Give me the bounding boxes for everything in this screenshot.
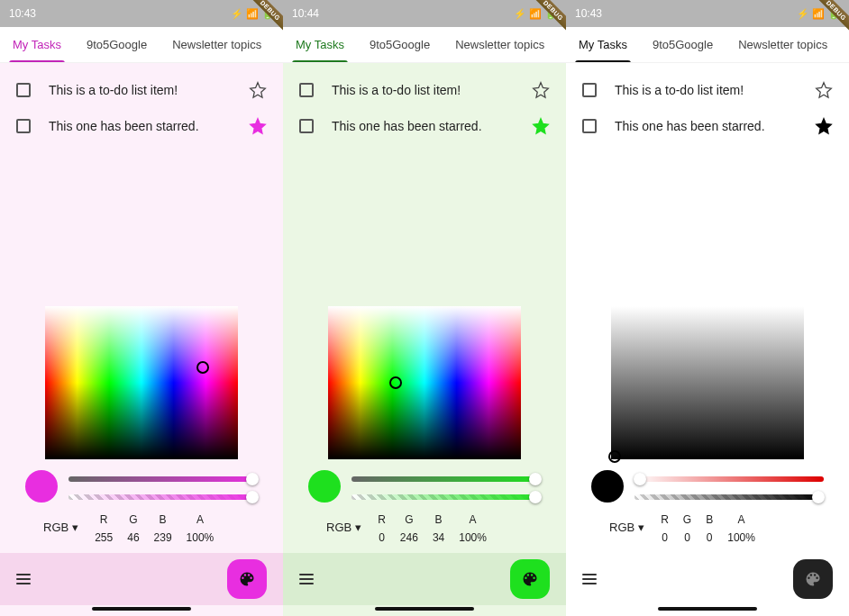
bottom-bar bbox=[566, 553, 849, 605]
color-swatch bbox=[25, 470, 58, 503]
task-text: This one has been starred. bbox=[615, 119, 797, 133]
task-text: This is a to-do list item! bbox=[332, 83, 514, 97]
color-picker: RGB ▾ R 0 G 246 B 34 bbox=[283, 306, 566, 553]
tab-item[interactable]: We bbox=[274, 27, 283, 63]
list-item: This one has been starred. bbox=[283, 108, 566, 144]
color-cursor[interactable] bbox=[608, 450, 621, 463]
task-list: This is a to-do list item! This one has … bbox=[566, 63, 849, 306]
color-cursor[interactable] bbox=[389, 376, 402, 389]
star-icon[interactable] bbox=[815, 117, 833, 135]
android-navbar bbox=[566, 605, 849, 616]
hamburger-icon[interactable] bbox=[299, 574, 314, 584]
chevron-down-icon: ▾ bbox=[72, 521, 78, 534]
checkbox[interactable] bbox=[16, 119, 31, 133]
tab-item[interactable]: 9to5Google bbox=[357, 27, 443, 63]
tab-item[interactable]: We bbox=[557, 27, 566, 63]
color-mode-dropdown[interactable]: RGB ▾ bbox=[609, 521, 644, 534]
task-text: This is a to-do list item! bbox=[615, 83, 797, 97]
channel-col: R 0 bbox=[661, 513, 669, 544]
checkbox[interactable] bbox=[582, 119, 597, 133]
checkbox[interactable] bbox=[299, 83, 314, 97]
tab-item[interactable]: My Tasks bbox=[0, 27, 74, 63]
palette-fab[interactable] bbox=[227, 559, 267, 599]
tab-item[interactable]: My Tasks bbox=[283, 27, 357, 63]
color-field[interactable] bbox=[328, 306, 521, 459]
channel-col: R 0 bbox=[378, 513, 386, 544]
list-item: This is a to-do list item! bbox=[283, 72, 566, 108]
color-swatch bbox=[591, 470, 624, 503]
list-item: This one has been starred. bbox=[566, 108, 849, 144]
tab-item[interactable]: My Tasks bbox=[566, 27, 640, 63]
phone-screen: 10:44 ⚡ 📶 🔋 DEBUGMy Tasks9to5GoogleNewsl… bbox=[283, 0, 566, 616]
hamburger-icon[interactable] bbox=[16, 574, 31, 584]
nav-pill[interactable] bbox=[92, 607, 191, 611]
status-bar: 10:43 ⚡ 📶 🔋 DEBUG bbox=[566, 0, 849, 27]
star-icon[interactable] bbox=[532, 81, 550, 99]
bottom-bar bbox=[0, 553, 283, 605]
checkbox[interactable] bbox=[582, 83, 597, 97]
tab-item[interactable]: 9to5Google bbox=[640, 27, 726, 63]
tab-item[interactable]: Newsletter topics bbox=[443, 27, 557, 63]
nav-pill[interactable] bbox=[658, 607, 757, 611]
status-time: 10:43 bbox=[9, 7, 36, 20]
task-list: This is a to-do list item! This one has … bbox=[0, 63, 283, 306]
hamburger-icon[interactable] bbox=[582, 574, 597, 584]
color-picker: RGB ▾ R 255 G 46 B 239 bbox=[0, 306, 283, 553]
list-item: This is a to-do list item! bbox=[0, 72, 283, 108]
tab-item[interactable]: 9to5Google bbox=[74, 27, 160, 63]
color-field[interactable] bbox=[611, 306, 804, 459]
task-text: This is a to-do list item! bbox=[49, 83, 231, 97]
chevron-down-icon: ▾ bbox=[638, 521, 644, 534]
color-values: R 255 G 46 B 239 A 100% bbox=[95, 513, 214, 544]
channel-col: B 34 bbox=[433, 513, 444, 544]
color-mode-dropdown[interactable]: RGB ▾ bbox=[326, 521, 361, 534]
color-swatch bbox=[308, 470, 341, 503]
color-values: R 0 G 246 B 34 A 100% bbox=[378, 513, 487, 544]
slider-thumb[interactable] bbox=[529, 491, 542, 503]
slider-thumb[interactable] bbox=[812, 491, 825, 503]
star-icon[interactable] bbox=[249, 117, 267, 135]
nav-pill[interactable] bbox=[375, 607, 474, 611]
palette-fab[interactable] bbox=[793, 559, 833, 599]
task-text: This one has been starred. bbox=[332, 119, 514, 133]
brightness-slider[interactable] bbox=[68, 476, 258, 482]
channel-col: A 100% bbox=[187, 513, 215, 544]
color-cursor[interactable] bbox=[196, 361, 209, 374]
tab-bar: My Tasks9to5GoogleNewsletter topicsW bbox=[566, 27, 849, 63]
alpha-slider[interactable] bbox=[634, 494, 824, 500]
star-icon[interactable] bbox=[815, 81, 833, 99]
tab-item[interactable]: Newsletter topics bbox=[160, 27, 274, 63]
alpha-slider[interactable] bbox=[351, 494, 541, 500]
tab-item[interactable]: W bbox=[840, 27, 849, 63]
brightness-slider[interactable] bbox=[634, 476, 824, 482]
list-item: This one has been starred. bbox=[0, 108, 283, 144]
color-field[interactable] bbox=[45, 306, 238, 459]
checkbox[interactable] bbox=[299, 119, 314, 133]
channel-col: B 0 bbox=[706, 513, 713, 544]
task-text: This one has been starred. bbox=[49, 119, 231, 133]
palette-fab[interactable] bbox=[510, 559, 550, 599]
status-time: 10:44 bbox=[292, 7, 319, 20]
slider-thumb[interactable] bbox=[246, 473, 259, 485]
slider-thumb[interactable] bbox=[634, 473, 646, 485]
channel-col: G 0 bbox=[683, 513, 691, 544]
status-bar: 10:43 ⚡ 📶 🔋 DEBUG bbox=[0, 0, 283, 27]
color-mode-dropdown[interactable]: RGB ▾ bbox=[43, 521, 78, 534]
checkbox[interactable] bbox=[16, 83, 31, 97]
channel-col: B 239 bbox=[154, 513, 172, 544]
task-list: This is a to-do list item! This one has … bbox=[283, 63, 566, 306]
slider-thumb[interactable] bbox=[246, 491, 259, 503]
color-picker: RGB ▾ R 0 G 0 B 0 bbox=[566, 306, 849, 553]
slider-thumb[interactable] bbox=[529, 473, 542, 485]
tab-bar: My Tasks9to5GoogleNewsletter topicsWe bbox=[0, 27, 283, 63]
brightness-slider[interactable] bbox=[351, 476, 541, 482]
android-navbar bbox=[0, 605, 283, 616]
star-icon[interactable] bbox=[532, 117, 550, 135]
channel-col: A 100% bbox=[727, 513, 755, 544]
alpha-slider[interactable] bbox=[68, 494, 258, 500]
star-icon[interactable] bbox=[249, 81, 267, 99]
channel-col: R 255 bbox=[95, 513, 113, 544]
tab-item[interactable]: Newsletter topics bbox=[726, 27, 840, 63]
status-bar: 10:44 ⚡ 📶 🔋 DEBUG bbox=[283, 0, 566, 27]
phone-screen: 10:43 ⚡ 📶 🔋 DEBUGMy Tasks9to5GoogleNewsl… bbox=[566, 0, 849, 616]
